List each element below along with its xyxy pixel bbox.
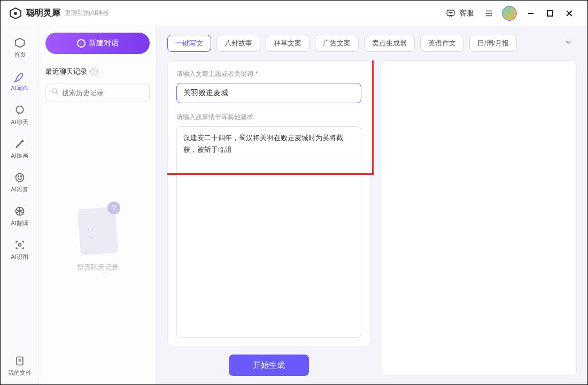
svg-marker-13 xyxy=(15,38,24,48)
nav-item-chat[interactable]: AI聊天 xyxy=(4,100,36,130)
side-nav: 首页AI写作AI聊天AI绘画AI语音AI翻译AI识图 我的文件 xyxy=(1,26,39,384)
menu-icon[interactable] xyxy=(484,8,494,19)
nav-item-home[interactable]: 首页 xyxy=(4,33,36,63)
details-label: 请输入故事情节等其他要求 xyxy=(176,113,361,122)
minimize-button[interactable] xyxy=(523,6,538,21)
template-tab[interactable]: 日/周/月报 xyxy=(469,35,517,52)
nav-label: AI识图 xyxy=(11,253,28,261)
svg-point-19 xyxy=(18,244,21,247)
file-icon xyxy=(14,355,26,367)
nav-item-scan[interactable]: AI识图 xyxy=(4,235,36,265)
nav-item-pen[interactable]: AI写作 xyxy=(4,66,36,97)
template-tabs: 一键写文八卦故事种草文案广告文案卖点生成器英语作文日/周/月报 xyxy=(167,35,577,52)
chat-icon xyxy=(14,104,26,116)
form-card: 请输入文章主题或者关键词* 请输入故事情节等其他要求 xyxy=(167,60,370,347)
history-search[interactable] xyxy=(45,83,150,102)
nav-label: 首页 xyxy=(14,51,26,59)
history-search-input[interactable] xyxy=(62,89,152,97)
nav-item-voice[interactable]: AI语音 xyxy=(4,167,36,198)
new-chat-label: 新建对话 xyxy=(89,38,119,48)
nav-label: 我的文件 xyxy=(8,369,32,377)
nav-item-brush[interactable]: AI绘画 xyxy=(4,134,36,164)
result-panel xyxy=(380,60,577,376)
topic-input[interactable] xyxy=(176,83,361,103)
translate-icon xyxy=(14,205,26,217)
nav-item-translate[interactable]: AI翻译 xyxy=(4,201,36,232)
template-tab[interactable]: 卖点生成器 xyxy=(364,35,415,52)
plus-icon: + xyxy=(77,39,86,48)
close-button[interactable] xyxy=(562,6,577,21)
nav-label: AI聊天 xyxy=(11,118,28,126)
svg-point-23 xyxy=(52,89,57,93)
support-label: 客服 xyxy=(459,9,474,18)
svg-point-15 xyxy=(16,174,24,182)
home-icon xyxy=(14,37,26,49)
support-button[interactable]: 客服 xyxy=(438,6,478,21)
svg-point-1 xyxy=(14,12,17,15)
brush-icon xyxy=(14,138,26,150)
scan-icon xyxy=(14,239,26,251)
svg-rect-10 xyxy=(547,11,553,16)
nav-label: AI翻译 xyxy=(11,219,28,227)
svg-point-5 xyxy=(452,12,453,13)
template-tab[interactable]: 种草文案 xyxy=(266,35,310,52)
template-tab[interactable]: 英语作文 xyxy=(420,35,464,52)
app-subtitle: 更聪明的AI神器 xyxy=(65,9,109,18)
generate-button[interactable]: 开始生成 xyxy=(229,355,309,376)
svg-point-17 xyxy=(20,176,21,177)
app-logo-icon xyxy=(9,7,22,20)
voice-icon xyxy=(14,172,26,183)
svg-point-3 xyxy=(449,12,450,13)
nav-label: AI绘画 xyxy=(11,152,28,160)
new-chat-button[interactable]: + 新建对话 xyxy=(45,33,150,54)
form-column: 请输入文章主题或者关键词* 请输入故事情节等其他要求 开始生成 xyxy=(167,60,370,376)
history-empty: ? · ·︶ 暂无聊天记录 xyxy=(45,102,150,378)
history-heading: 最近聊天记录 ? xyxy=(45,67,150,76)
chevron-down-icon xyxy=(564,38,572,47)
user-avatar[interactable] xyxy=(502,6,517,21)
history-panel: + 新建对话 最近聊天记录 ? ? · ·︶ 暂无聊天记录 xyxy=(39,26,157,384)
help-icon[interactable]: ? xyxy=(90,68,98,75)
chat-bubble-icon xyxy=(445,8,456,19)
app-name: 聪明灵犀 xyxy=(26,7,60,19)
template-tab[interactable]: 一键写文 xyxy=(167,35,211,52)
tabs-expand-button[interactable] xyxy=(560,36,577,51)
titlebar: 聪明灵犀 更聪明的AI神器 客服 xyxy=(1,1,587,26)
nav-label: AI写作 xyxy=(11,84,28,93)
template-tab[interactable]: 广告文案 xyxy=(315,35,359,52)
nav-label: AI语音 xyxy=(11,186,28,194)
empty-note-icon: ? · ·︶ xyxy=(78,207,118,256)
search-icon xyxy=(51,88,59,97)
maximize-button[interactable] xyxy=(543,6,558,21)
template-tab[interactable]: 八卦故事 xyxy=(216,35,260,52)
details-textarea[interactable] xyxy=(176,126,361,338)
svg-point-4 xyxy=(450,12,451,13)
svg-point-14 xyxy=(16,106,23,113)
main-area: 一键写文八卦故事种草文案广告文案卖点生成器英语作文日/周/月报 请输入文章主题或… xyxy=(157,26,587,384)
topic-label: 请输入文章主题或者关键词* xyxy=(176,70,361,79)
svg-line-24 xyxy=(56,93,58,94)
svg-point-16 xyxy=(18,176,19,177)
pen-icon xyxy=(14,71,26,82)
nav-item-my-files[interactable]: 我的文件 xyxy=(4,351,36,381)
